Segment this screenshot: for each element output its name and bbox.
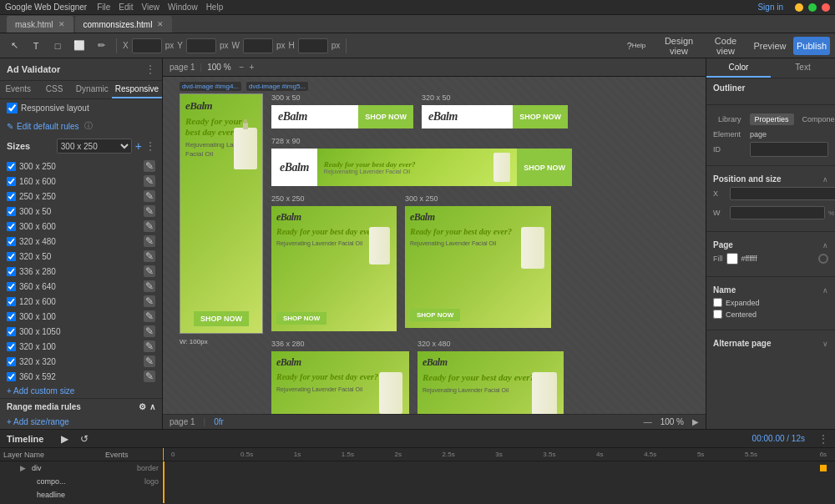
ad-250x250[interactable]: eBalm Ready for your best day ever? Reju… [271, 206, 397, 331]
size-checkbox[interactable] [7, 282, 16, 291]
size-edit-icon[interactable]: ✎ [144, 250, 155, 262]
help-btn[interactable]: ?Help [620, 37, 653, 55]
publish-btn[interactable]: Publish [793, 37, 830, 55]
size-checkbox[interactable] [7, 267, 16, 276]
size-checkbox[interactable] [7, 297, 16, 306]
centered-checkbox[interactable] [713, 310, 722, 319]
x-pos[interactable]: 0 [730, 187, 835, 200]
menu-edit[interactable]: Edit [119, 3, 133, 12]
subtab-components[interactable]: Components [797, 113, 835, 125]
ad-320x50[interactable]: eBalm SHOP NOW [422, 105, 568, 129]
sizes-menu-btn[interactable]: ⋮ [145, 140, 155, 152]
toolbar-shape[interactable]: □ [48, 37, 67, 55]
ad-cta-small[interactable]: SHOP NOW [358, 105, 413, 129]
menu-file[interactable]: File [97, 3, 110, 12]
size-checkbox[interactable] [7, 252, 16, 261]
size-checkbox[interactable] [7, 207, 16, 216]
size-edit-icon[interactable]: ✎ [144, 160, 155, 172]
range-settings-icon[interactable]: ⚙ [139, 402, 146, 411]
toolbar-select[interactable]: ↖ [5, 37, 23, 55]
toolbar-text[interactable]: T [27, 37, 45, 55]
size-edit-icon[interactable]: ✎ [144, 265, 155, 277]
toolbar-pen[interactable]: ✏ [92, 37, 110, 55]
size-edit-icon[interactable]: ✎ [144, 310, 155, 322]
fill-color-swatch[interactable] [726, 253, 738, 265]
w-size[interactable]: 100 [730, 206, 825, 219]
pos-size-collapse[interactable]: ∧ [822, 175, 828, 184]
size-edit-icon[interactable]: ✎ [144, 220, 155, 232]
size-checkbox[interactable] [7, 342, 16, 351]
panel-menu-icon[interactable]: ⋮ [145, 63, 155, 75]
ad-728x90[interactable]: eBalm Ready for your best day ever? Reju… [271, 149, 572, 186]
add-size-btn[interactable]: + [135, 139, 142, 153]
size-edit-icon[interactable]: ✎ [144, 355, 155, 367]
subtab-library[interactable]: Library [713, 113, 746, 125]
ad-cta-leader[interactable]: SHOP NOW [517, 149, 572, 186]
sizes-dropdown[interactable]: 300 x 250160 x 600250 x 250300 x 50300 x… [57, 139, 132, 154]
zoom-in-btn[interactable]: + [249, 63, 254, 72]
size-edit-icon[interactable]: ✎ [144, 325, 155, 337]
tab-responsive[interactable]: Responsive [112, 81, 162, 98]
size-edit-icon[interactable]: ✎ [144, 190, 155, 202]
toolbar-image[interactable]: ⬜ [70, 37, 89, 55]
default-rules-link[interactable]: ✎ Edit default rules ⓘ [0, 117, 162, 135]
subtab-properties[interactable]: Properties [750, 113, 794, 125]
name-section-collapse[interactable]: ∧ [822, 286, 828, 295]
add-custom-size[interactable]: + Add custom size [0, 384, 162, 398]
size-edit-icon[interactable]: ✎ [144, 235, 155, 247]
w-input[interactable]: 30 [243, 38, 273, 53]
responsive-layout-checkbox[interactable] [7, 103, 18, 113]
range-expand-icon[interactable]: ∧ [149, 402, 155, 411]
x-input[interactable]: 30 [132, 38, 162, 53]
tab-close-commonsizes[interactable]: ✕ [157, 20, 164, 28]
size-checkbox[interactable] [7, 162, 16, 171]
page-section-collapse[interactable]: ∧ [822, 241, 828, 249]
ad-300x250[interactable]: eBalm Ready for your best day ever? Reju… [405, 206, 551, 328]
alternate-page-collapse[interactable]: ∨ [822, 340, 828, 348]
design-view-btn[interactable]: Design view [658, 37, 700, 55]
size-edit-icon[interactable]: ✎ [144, 340, 155, 352]
right-tab-text[interactable]: Text [771, 58, 835, 78]
size-edit-icon[interactable]: ✎ [144, 175, 155, 187]
window-maximize[interactable] [808, 3, 817, 12]
tab-dynamic[interactable]: Dynamic [73, 81, 112, 98]
size-checkbox[interactable] [7, 237, 16, 246]
window-minimize[interactable] [795, 3, 803, 12]
h-input[interactable]: 0 [298, 38, 328, 53]
timeline-play[interactable]: ▶ [57, 431, 72, 446]
size-checkbox[interactable] [7, 327, 16, 336]
editing-ad-frame[interactable]: eBalm Ready for your best day ever? Reju… [180, 93, 263, 334]
menu-help[interactable]: Help [206, 3, 224, 12]
ad-300x50[interactable]: eBalm SHOP NOW [271, 105, 413, 129]
ad-cta-editing[interactable]: SHOP NOW [194, 311, 249, 326]
size-edit-icon[interactable]: ✎ [144, 370, 155, 382]
size-checkbox[interactable] [7, 312, 16, 321]
size-checkbox[interactable] [7, 372, 16, 381]
timeline-playhead[interactable] [163, 448, 164, 461]
tab-close-mask[interactable]: ✕ [58, 20, 65, 28]
sign-in-link[interactable]: Sign in [757, 3, 783, 12]
cta-250[interactable]: SHOP NOW [276, 312, 326, 325]
tab-css[interactable]: CSS [36, 81, 72, 98]
size-checkbox[interactable] [7, 192, 16, 201]
tab-commonsizes[interactable]: commonsizes.html ✕ [75, 16, 173, 33]
size-edit-icon[interactable]: ✎ [144, 280, 155, 292]
id-input[interactable]: page1 [750, 142, 828, 157]
ad-336x280[interactable]: eBalm Ready for your best day ever? Reju… [271, 351, 409, 414]
timeline-menu[interactable]: ⋮ [818, 433, 828, 445]
tab-events[interactable]: Events [0, 81, 36, 98]
cta-300[interactable]: SHOP NOW [410, 309, 460, 321]
expanded-checkbox[interactable] [713, 298, 722, 307]
window-close[interactable] [822, 3, 830, 12]
menu-window[interactable]: Window [168, 3, 198, 12]
right-tab-color[interactable]: Color [706, 58, 771, 78]
timeline-loop[interactable]: ↺ [77, 431, 92, 446]
size-checkbox[interactable] [7, 177, 16, 186]
size-edit-icon[interactable]: ✎ [144, 295, 155, 307]
y-input[interactable]: 0 [186, 38, 216, 53]
size-checkbox[interactable] [7, 222, 16, 231]
fill-opacity[interactable] [818, 254, 828, 264]
code-view-btn[interactable]: Code view [705, 37, 746, 55]
add-size-range[interactable]: + Add size/range [0, 415, 162, 429]
zoom-step-btn[interactable]: ▶ [692, 417, 699, 426]
